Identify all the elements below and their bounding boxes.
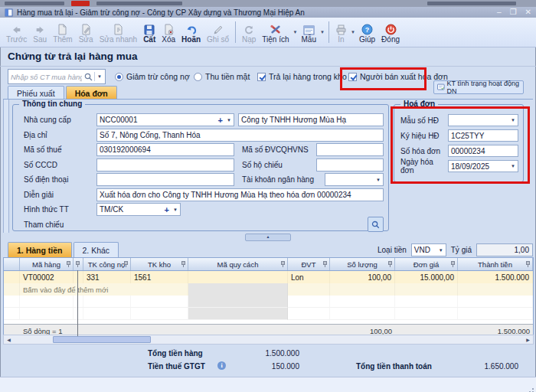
help-button[interactable]: ? Giúp	[356, 18, 378, 47]
header-so-luong[interactable]: Số lượng	[330, 258, 395, 270]
next-button[interactable]: Sau	[30, 18, 50, 47]
checkbox-icon[interactable]	[257, 73, 266, 81]
header-stub[interactable]	[4, 258, 20, 270]
edit-button[interactable]: Sửa	[76, 18, 96, 47]
search-box[interactable]: ▼	[8, 69, 106, 84]
close-icon[interactable]: ✕	[525, 8, 531, 16]
pin-icon[interactable]	[450, 261, 456, 267]
chevron-down-icon[interactable]: ▼	[320, 30, 325, 34]
pin-icon[interactable]	[387, 261, 393, 267]
reference-lookup-button[interactable]	[368, 217, 384, 232]
collapse-button[interactable]: ▲	[245, 234, 291, 241]
chevron-down-icon[interactable]: ▼	[173, 207, 178, 212]
chevron-down-icon[interactable]: ▼	[511, 164, 515, 168]
print-button[interactable]: In ▼	[332, 18, 356, 47]
pin-icon[interactable]	[66, 261, 71, 267]
cell-ma-hang[interactable]: VT00002	[20, 271, 74, 283]
description-field[interactable]: Xuất hóa đơn cho Công ty TNHH Hương Mùa …	[96, 188, 384, 201]
undo-button[interactable]: Hoãn	[178, 18, 204, 47]
search-icon[interactable]	[84, 73, 93, 81]
scrollbar-thumb[interactable]	[53, 336, 151, 343]
cell-ma-quy-cach[interactable]	[188, 271, 288, 283]
header-ma-quy-cach[interactable]: Mã quy cách	[188, 258, 288, 270]
pin-icon[interactable]	[123, 261, 129, 267]
tab-hang-tien[interactable]: 1. Hàng tiền	[8, 242, 72, 257]
cell-dvt[interactable]: Lon	[288, 271, 330, 283]
chevron-down-icon[interactable]: ▼	[96, 74, 105, 79]
address-field[interactable]: Số 7, Nông Cống, Thanh Hóa	[96, 129, 384, 142]
supplier-name-field[interactable]: Công ty TNHH Hương Mùa Hạ	[238, 113, 384, 126]
tab-hoa-don[interactable]: Hóa đơn	[66, 86, 117, 100]
pin-icon[interactable]	[322, 261, 328, 267]
phone-field[interactable]	[96, 173, 234, 186]
template-button[interactable]: Mẫu ▼	[299, 18, 325, 47]
cell-tk-kho[interactable]: 1561	[131, 271, 188, 283]
check-business-status-button[interactable]: KT tình trạng hoạt động DN	[433, 80, 524, 94]
header-tk-cong-no[interactable]: TK công nợ	[83, 258, 131, 270]
tax-code-field[interactable]: 030192000694	[96, 143, 234, 156]
pin-icon[interactable]	[525, 261, 531, 267]
checkbox-icon[interactable]	[348, 73, 357, 81]
radio-debt-deduction[interactable]: Giảm trừ công nợ	[115, 72, 190, 81]
resize-grip-icon[interactable]	[532, 388, 534, 390]
add-button[interactable]: Thêm	[50, 18, 76, 47]
horizontal-scrollbar[interactable]: ◀ ▶	[3, 335, 534, 345]
utilities-button[interactable]: Tiện ích ▼	[259, 18, 298, 47]
radio-icon[interactable]	[115, 73, 123, 81]
passport-field[interactable]	[316, 158, 384, 172]
chevron-down-icon[interactable]: ▼	[351, 30, 355, 34]
scroll-left-icon[interactable]: ◀	[4, 335, 14, 344]
pin-icon[interactable]	[75, 261, 80, 267]
invoice-number-field[interactable]: 00000234	[448, 145, 518, 157]
minimize-icon[interactable]: –	[497, 8, 502, 16]
cccd-field[interactable]	[96, 158, 234, 172]
checkbox-return-in-stock[interactable]: Trả lại hàng trong kho	[257, 72, 347, 81]
cell-so-luong[interactable]: 100,00	[330, 271, 395, 283]
radio-icon[interactable]	[194, 73, 202, 81]
table-row[interactable]: VT00002 331 1561 Lon 100,00 15.000,00 1.…	[4, 271, 533, 283]
header-dvt[interactable]: ĐVT	[288, 258, 330, 270]
frozen-column-divider[interactable]	[77, 270, 78, 336]
invoice-series-field[interactable]: 1C25TYY	[448, 129, 518, 142]
maximize-icon[interactable]: ❐	[510, 8, 517, 16]
delete-button[interactable]: Xóa	[159, 18, 178, 47]
header-pin-col[interactable]	[74, 258, 83, 270]
rate-field[interactable]: 1,00	[476, 243, 533, 256]
invoice-template-combo[interactable]: ▼	[448, 114, 518, 126]
chevron-down-icon[interactable]: ▼	[439, 248, 443, 253]
search-input[interactable]	[8, 73, 84, 81]
header-thanh-tien[interactable]: Thành tiền	[458, 258, 533, 270]
cell-tk-cong-no[interactable]: 331	[83, 271, 131, 283]
chevron-down-icon[interactable]: ▼	[227, 118, 231, 122]
currency-combo[interactable]: VND ▼	[411, 243, 446, 256]
quick-edit-button[interactable]: Sửa nhanh	[96, 18, 141, 47]
add-new-row[interactable]: Bấm vào đây để thêm mới	[4, 283, 533, 296]
budget-code-field[interactable]	[316, 143, 384, 156]
add-new-hint[interactable]: Bấm vào đây để thêm mới	[20, 283, 188, 296]
save-button[interactable]: Cất	[140, 18, 159, 47]
header-tk-kho[interactable]: TK kho	[131, 258, 188, 270]
bank-account-combo[interactable]: ▼	[325, 173, 384, 186]
chevron-down-icon[interactable]: ▼	[376, 178, 381, 182]
checkbox-seller-issues-invoice[interactable]: Người bán xuất hóa đơn	[348, 72, 448, 81]
tab-phieu-xuat[interactable]: Phiếu xuất	[8, 86, 64, 100]
previous-button[interactable]: Trước	[3, 18, 30, 47]
tab-khac[interactable]: 2. Khác	[74, 242, 119, 257]
invoice-date-picker[interactable]: 18/09/2025 ▼	[448, 160, 518, 172]
cell-thanh-tien[interactable]: 1.500.000	[458, 271, 533, 283]
pin-icon[interactable]	[280, 261, 286, 267]
supplier-code-combo[interactable]: NCC00001 +▼	[96, 113, 234, 126]
close-window-button[interactable]: Đóng	[378, 18, 403, 47]
add-icon[interactable]: +	[165, 206, 169, 214]
reload-button[interactable]: Nạp	[239, 18, 259, 47]
chevron-down-icon[interactable]: ▼	[293, 30, 298, 34]
payment-method-combo[interactable]: TM/CK +▼	[96, 203, 181, 216]
left-splitter-strip[interactable]	[3, 100, 9, 233]
chevron-down-icon[interactable]: ▼	[511, 118, 515, 122]
pin-icon[interactable]	[181, 261, 186, 267]
add-icon[interactable]: +	[218, 116, 223, 124]
radio-cash-receipt[interactable]: Thu tiền mặt	[194, 72, 250, 81]
header-don-gia[interactable]: Đơn giá	[395, 258, 458, 270]
scroll-right-icon[interactable]: ▶	[523, 335, 533, 344]
cell-don-gia[interactable]: 15.000,00	[395, 271, 458, 283]
